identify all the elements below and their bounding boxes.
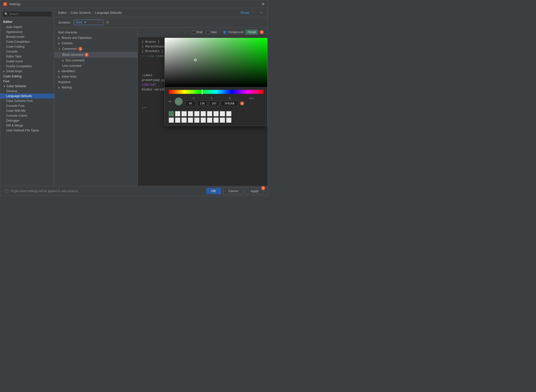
close-button[interactable]: ✕ [261, 2, 265, 6]
tree-item-label: Line comment [62, 64, 82, 68]
swatch-white-4[interactable] [194, 111, 200, 116]
swatch-green[interactable] [169, 111, 174, 116]
sidebar-item-code-folding[interactable]: Code Folding [0, 44, 54, 49]
sidebar-item-editor-tabs[interactable]: Editor Tabs [0, 54, 54, 59]
options-bar: Bold Italic Foreground F826B 3 [138, 28, 268, 37]
scheme-value: Dark [76, 21, 82, 24]
tree-item-block-comment[interactable]: Block comment 2 [54, 52, 138, 58]
reset-button[interactable]: Reset [241, 11, 249, 14]
sidebar-item-appearance[interactable]: Appearance [0, 29, 54, 34]
sidebar-item-debugger[interactable]: Debugger [0, 118, 54, 123]
swatch2-white-3[interactable] [181, 117, 187, 123]
sidebar-item-font[interactable]: Font [0, 79, 54, 84]
tree-item-classes[interactable]: ▶ Classes [54, 41, 138, 46]
swatch2-white-5[interactable] [194, 117, 200, 123]
swatch-white-7[interactable] [213, 111, 219, 116]
scheme-dropdown[interactable]: Dark ▼ [74, 20, 103, 25]
swatch-white-6[interactable] [207, 111, 212, 116]
tree-item-bad-character[interactable]: Bad character [54, 30, 138, 35]
bold-checkbox[interactable] [192, 31, 195, 34]
tree-item-label: Comments [62, 47, 77, 51]
color-gradient-area[interactable] [165, 38, 267, 87]
tree-item-markup[interactable]: ▶ Markup [54, 85, 138, 90]
search-box[interactable]: 🔍 [2, 11, 52, 17]
sidebar-item-color-scheme-font[interactable]: Color Scheme Font [0, 98, 54, 103]
b-input[interactable] [209, 101, 219, 106]
swatch2-white-6[interactable] [201, 117, 206, 123]
swatch2-white-2[interactable] [175, 117, 180, 123]
swatch-white-9[interactable] [226, 111, 232, 116]
sidebar-item-auto-import[interactable]: Auto Import [0, 25, 54, 29]
bold-group: Bold [192, 30, 203, 34]
swatch2-white-10[interactable] [226, 117, 232, 123]
color-hex-box[interactable]: F826B [246, 30, 258, 35]
tree-item-inline-hints[interactable]: ▶ Inline hints [54, 74, 138, 79]
g-input[interactable] [197, 101, 207, 106]
sidebar-item-diff-merge[interactable]: Diff & Merge [0, 123, 54, 128]
sidebar-item-gutter-icons[interactable]: Gutter Icons [0, 59, 54, 64]
hue-bar-container[interactable] [169, 90, 263, 94]
help-icon[interactable]: ? [4, 189, 9, 193]
search-input[interactable] [9, 12, 50, 16]
cancel-button[interactable]: Cancel [223, 188, 243, 194]
tree-item-keyword[interactable]: Keyword [54, 79, 138, 85]
tree-item-doc-comment[interactable]: ▶ Doc comment [54, 58, 138, 63]
sidebar-item-smart-keys[interactable]: ▶ Smart Keys [0, 69, 54, 74]
badge-3: 3 [260, 30, 264, 34]
breadcrumb-color-scheme[interactable]: Color Scheme [71, 11, 91, 14]
tree-item-label: Doc comment [66, 59, 85, 62]
tree-item-identifiers[interactable]: ▶ Identifiers [54, 69, 138, 74]
sidebar-item-console-colors[interactable]: Console Colors [0, 113, 54, 118]
tree-item-label: Block comment [62, 53, 83, 56]
breadcrumb-editor[interactable]: Editor [58, 11, 67, 14]
sidebar-item-console-font[interactable]: Console Font [0, 103, 54, 108]
sidebar-item-postfix[interactable]: Postfix Completion [0, 64, 54, 69]
swatch2-white-7[interactable] [207, 117, 212, 123]
apply-button[interactable]: Apply [245, 188, 264, 194]
swatch-white-8[interactable] [220, 111, 225, 116]
r-input[interactable] [186, 101, 195, 106]
italic-checkbox[interactable] [206, 31, 210, 34]
swatches-row1 [165, 109, 267, 117]
sidebar-item-user-defined[interactable]: User-Defined File Types [0, 128, 54, 133]
content-area: Editor › Color Scheme › Language Default… [54, 8, 268, 186]
sidebar-item-code-editing[interactable]: Code Editing [0, 74, 54, 79]
rgb-values: 4 [186, 101, 263, 106]
sidebar-item-console[interactable]: Console [0, 49, 54, 54]
ok-button[interactable]: OK [206, 188, 221, 194]
swatch-white-3[interactable] [188, 111, 193, 116]
swatch2-white-9[interactable] [220, 117, 225, 123]
tree-item-comments[interactable]: ▼ Comments 1 [54, 46, 138, 52]
tree-item-line-comment[interactable]: Line comment [54, 63, 138, 69]
g-label: G [207, 97, 217, 100]
forward-button[interactable]: → [258, 10, 264, 15]
color-scheme-arrow-icon: ▼ [3, 85, 6, 88]
swatch2-white-1[interactable] [169, 117, 174, 123]
color-picker-popup: ✏ R G B Hex [164, 38, 268, 126]
foreground-checkbox[interactable] [223, 31, 226, 34]
sidebar-item-language-defaults[interactable]: Language Defaults [0, 94, 54, 98]
sidebar-item-code-completion[interactable]: Code Completion [0, 39, 54, 44]
swatch-white-1[interactable] [175, 111, 180, 116]
swatch2-white-8[interactable] [213, 117, 219, 123]
eyedropper-icon[interactable]: ✏ [169, 99, 172, 104]
braces-arrow-icon: ▶ [58, 37, 60, 39]
tree-item-label: Markup [62, 86, 72, 89]
swatch-white-2[interactable] [181, 111, 187, 116]
sidebar-item-code-with-me[interactable]: Code With Me [0, 108, 54, 113]
block-comment-badge: 2 [85, 53, 88, 57]
tree-item-braces[interactable]: ▶ Braces and Operators [54, 35, 138, 41]
hex-input[interactable] [221, 101, 238, 106]
breadcrumb: Editor › Color Scheme › Language Default… [58, 11, 122, 14]
scheme-gear-icon[interactable]: ⚙ [106, 20, 109, 24]
back-button[interactable]: ← [251, 10, 256, 15]
sidebar-item-breadcrumbs[interactable]: Breadcrumbs [0, 34, 54, 39]
sidebar-item-color-scheme[interactable]: ▼ Color Scheme [0, 84, 54, 89]
italic-label: Italic [211, 30, 217, 34]
swatch-white-5[interactable] [201, 111, 206, 116]
swatch2-white-4[interactable] [188, 117, 193, 123]
sidebar-item-general[interactable]: General [0, 89, 54, 94]
hex-label: Hex [243, 97, 260, 100]
header-actions: Reset ← → [241, 10, 264, 15]
right-panel: Bold Italic Foreground F826B 3 [138, 28, 268, 186]
